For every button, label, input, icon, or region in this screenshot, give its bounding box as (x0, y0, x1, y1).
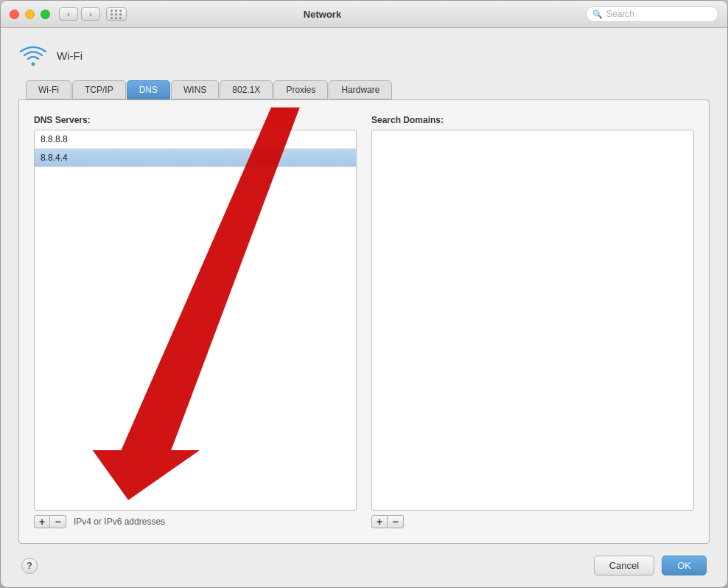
ok-button[interactable]: OK (662, 556, 707, 575)
cancel-button[interactable]: Cancel (594, 556, 654, 575)
search-input[interactable]: Search (606, 9, 712, 19)
tab-wifi[interactable]: Wi-Fi (26, 80, 71, 99)
search-domains-label: Search Domains: (371, 115, 694, 125)
tab-wins[interactable]: WINS (171, 80, 219, 99)
search-domains-list[interactable] (371, 130, 694, 511)
dns-entry-1[interactable]: 8.8.8.8 (35, 130, 356, 149)
wifi-icon (18, 43, 48, 69)
dns-list-controls: + − IPv4 or IPv6 addresses (34, 515, 357, 528)
dns-add-button[interactable]: + (34, 515, 50, 528)
window-title: Network (59, 9, 586, 20)
search-domains-remove-button[interactable]: − (388, 515, 404, 528)
help-button[interactable]: ? (21, 558, 38, 574)
minimize-button[interactable] (25, 10, 35, 19)
search-domains-section: Search Domains: + − (371, 115, 694, 528)
search-domains-add-button[interactable]: + (371, 515, 388, 528)
maximize-button[interactable] (41, 10, 50, 19)
dns-panel: DNS Servers: 8.8.8.8 8.8.4.4 + − IPv4 or… (18, 99, 710, 544)
svg-point-0 (32, 63, 35, 66)
dns-servers-list[interactable]: 8.8.8.8 8.8.4.4 (34, 130, 357, 511)
tab-dns[interactable]: DNS (127, 80, 170, 99)
network-window: ‹ › Network 🔍 Search (0, 0, 728, 588)
tab-hardware[interactable]: Hardware (329, 80, 392, 99)
action-buttons: Cancel OK (594, 556, 707, 575)
tabs-container: Wi-Fi TCP/IP DNS WINS 802.1X Proxies Har… (18, 80, 710, 99)
search-domains-controls: + − (371, 515, 694, 528)
tab-tcpip[interactable]: TCP/IP (72, 80, 126, 99)
dns-remove-button[interactable]: − (50, 515, 66, 528)
close-button[interactable] (10, 10, 19, 19)
wifi-header: Wi-Fi (18, 43, 710, 69)
panel-body: DNS Servers: 8.8.8.8 8.8.4.4 + − IPv4 or… (34, 115, 694, 528)
main-content: Wi-Fi Wi-Fi TCP/IP DNS WINS 802.1X Proxi… (1, 28, 727, 587)
traffic-lights (10, 10, 50, 19)
tab-proxies[interactable]: Proxies (273, 80, 328, 99)
bottom-bar: ? Cancel OK (18, 556, 710, 575)
wifi-label: Wi-Fi (57, 49, 83, 62)
dns-entry-2[interactable]: 8.8.4.4 (35, 149, 356, 167)
dns-servers-label: DNS Servers: (34, 115, 357, 125)
dns-hint: IPv4 or IPv6 addresses (74, 517, 165, 527)
dns-servers-section: DNS Servers: 8.8.8.8 8.8.4.4 + − IPv4 or… (34, 115, 357, 528)
tab-8021x[interactable]: 802.1X (220, 80, 273, 99)
search-box[interactable]: 🔍 Search (586, 6, 718, 22)
titlebar: ‹ › Network 🔍 Search (1, 1, 727, 28)
search-icon: 🔍 (592, 10, 603, 19)
